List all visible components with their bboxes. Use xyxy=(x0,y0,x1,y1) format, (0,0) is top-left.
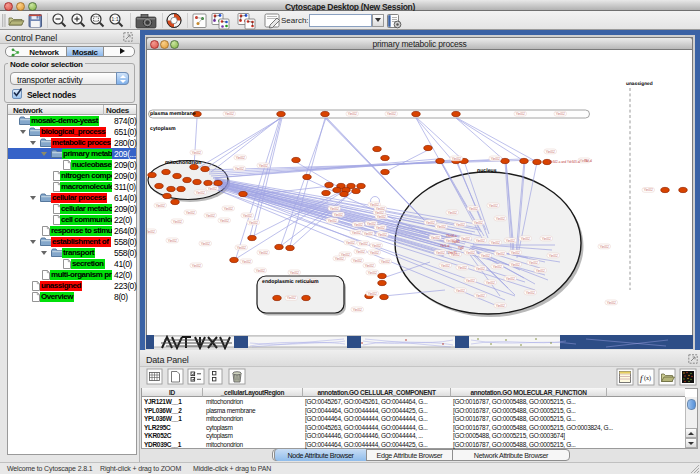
svg-text:1:1: 1:1 xyxy=(111,16,119,22)
svg-text:nucleus: nucleus xyxy=(477,168,497,174)
svg-text:cytoplasm: cytoplasm xyxy=(150,126,176,132)
svg-text:Ydr342-a and Ydr343-al: Ydr342-a and Ydr343-al xyxy=(548,160,580,164)
svg-text:Ykr5-al: Ykr5-al xyxy=(440,244,450,248)
svg-text:endoplasmic reticulum: endoplasmic reticulum xyxy=(262,279,319,285)
svg-text:Yhr04-a: Yhr04-a xyxy=(446,234,457,238)
svg-text:Ybr-al: Ybr-al xyxy=(584,159,592,163)
svg-text:(x): (x) xyxy=(644,375,651,382)
svg-text:Ydl93: Ydl93 xyxy=(452,240,460,244)
svg-text:plasma membrane: plasma membrane xyxy=(150,111,196,117)
svg-text:Ymr31: Ymr31 xyxy=(448,251,457,255)
svg-text:unassigned: unassigned xyxy=(626,81,653,87)
svg-text:Ygl2: Ygl2 xyxy=(458,246,464,250)
svg-text:mitochondrion: mitochondrion xyxy=(165,160,201,166)
